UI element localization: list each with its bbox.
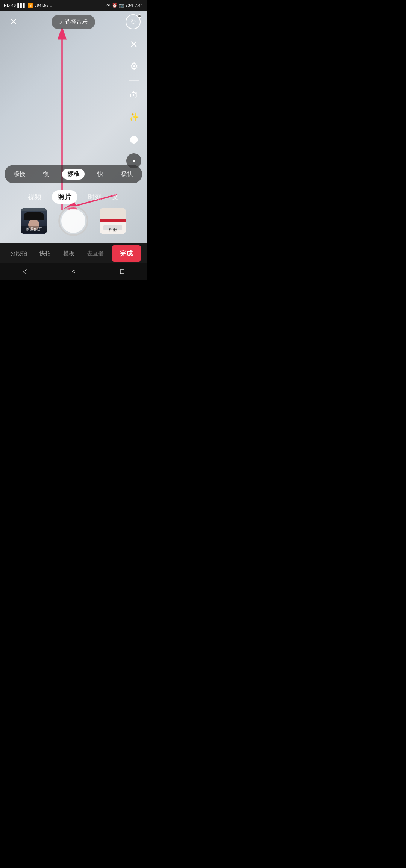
nav-template[interactable]: 模板 bbox=[59, 247, 79, 260]
color-circles-icon: ⬤ bbox=[130, 135, 138, 144]
shutter-button[interactable] bbox=[58, 206, 88, 236]
battery-label: 23% 7:44 bbox=[126, 3, 143, 8]
effects-button[interactable]: ✨ bbox=[126, 110, 141, 125]
shutter-inner bbox=[61, 209, 85, 233]
right-toolbar: ✕ ⚙ ⏱ ✨ ⬤ ▾ bbox=[126, 37, 141, 168]
mode-photo[interactable]: 照片 bbox=[52, 190, 77, 204]
hd-label: HD bbox=[4, 3, 10, 8]
status-right: 👁 ⏰ 📷 23% 7:44 bbox=[106, 3, 143, 8]
sparkle-icon: ✨ bbox=[129, 112, 139, 122]
flip-camera-button[interactable]: ↻ bbox=[126, 14, 141, 29]
nav-quick-shoot[interactable]: 快拍 bbox=[35, 247, 55, 260]
flip-icon: ↻ bbox=[130, 18, 136, 26]
signal-bars: ▌▌▌ bbox=[17, 3, 26, 8]
album-thumbnail[interactable]: 相册 bbox=[100, 208, 126, 234]
mode-bar: 视频 照片 时刻 文 bbox=[0, 190, 147, 204]
close-button[interactable]: ✕ bbox=[6, 14, 21, 29]
music-label: 选择音乐 bbox=[65, 18, 88, 26]
music-icon: ♪ bbox=[59, 18, 62, 25]
speed-slow[interactable]: 慢 bbox=[38, 169, 55, 180]
speed-very-fast[interactable]: 极快 bbox=[116, 169, 138, 180]
icon-divider bbox=[129, 80, 139, 81]
mode-text[interactable]: 文 bbox=[112, 192, 119, 201]
nav-segment-shoot[interactable]: 分段拍 bbox=[6, 247, 32, 260]
flash-icon: ✕ bbox=[130, 39, 138, 50]
gallery-thumbnail[interactable]: 暗调斜屏 bbox=[21, 208, 47, 234]
speed-fast[interactable]: 快 bbox=[92, 169, 109, 180]
music-select-button[interactable]: ♪ 选择音乐 bbox=[52, 15, 95, 29]
home-icon: ○ bbox=[72, 268, 76, 275]
chevron-down-icon: ▾ bbox=[133, 158, 135, 164]
gear-icon: ⚙ bbox=[130, 60, 138, 72]
shutter-row: 暗调斜屏 相册 bbox=[0, 206, 147, 236]
mode-video[interactable]: 视频 bbox=[28, 192, 41, 201]
status-left: HD 46 ▌▌▌ 📶 394 B/s ↓ bbox=[4, 3, 52, 8]
status-bar: HD 46 ▌▌▌ 📶 394 B/s ↓ 👁 ⏰ 📷 23% 7:44 bbox=[0, 0, 147, 11]
done-button[interactable]: 完成 bbox=[112, 245, 141, 262]
bottom-nav: 分段拍 快拍 模板 去直播 完成 bbox=[0, 243, 147, 263]
speed-very-slow[interactable]: 极慢 bbox=[8, 169, 31, 180]
recents-button[interactable]: □ bbox=[113, 265, 132, 278]
camera-status-icon: 📷 bbox=[119, 3, 124, 8]
mode-moment[interactable]: 时刻 bbox=[88, 192, 102, 201]
back-button[interactable]: ◁ bbox=[15, 264, 35, 278]
nav-live[interactable]: 去直播 bbox=[82, 247, 108, 260]
timer-button[interactable]: ⏱ bbox=[126, 88, 141, 103]
gallery-label: 暗调斜屏 bbox=[21, 226, 47, 233]
recents-icon: □ bbox=[120, 268, 124, 275]
speed-bar: 极慢 慢 标准 快 极快 bbox=[5, 165, 142, 183]
alarm-icon: ⏰ bbox=[112, 3, 117, 8]
timer-icon: ⏱ bbox=[129, 90, 138, 101]
settings-button[interactable]: ⚙ bbox=[126, 59, 141, 74]
signal-4g: 46 bbox=[11, 3, 16, 8]
home-button[interactable]: ○ bbox=[64, 265, 83, 278]
camera-viewfinder: ✕ ♪ 选择音乐 ↻ ✕ ⚙ ⏱ ✨ ⬤ ▾ bbox=[0, 11, 147, 243]
top-bar: ✕ ♪ 选择音乐 ↻ bbox=[0, 11, 147, 33]
album-label: 相册 bbox=[100, 227, 126, 233]
speed-label: 394 B/s bbox=[35, 3, 48, 8]
back-icon: ◁ bbox=[22, 268, 27, 275]
wifi-icon: 📶 bbox=[28, 3, 33, 8]
speed-normal[interactable]: 标准 bbox=[62, 169, 85, 180]
flash-button[interactable]: ✕ bbox=[126, 37, 141, 52]
download-icon: ↓ bbox=[50, 3, 52, 8]
system-nav-bar: ◁ ○ □ bbox=[0, 263, 147, 280]
eye-icon: 👁 bbox=[106, 3, 111, 8]
color-adjust-button[interactable]: ⬤ bbox=[126, 132, 141, 147]
